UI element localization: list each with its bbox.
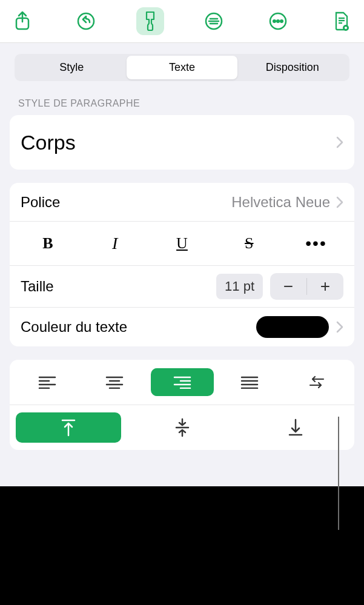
svg-point-9	[280, 20, 283, 22]
bottom-black-area	[0, 486, 364, 605]
font-style-row: B I U S •••	[10, 222, 354, 266]
format-button[interactable]	[136, 7, 164, 35]
tab-layout[interactable]: Disposition	[237, 56, 348, 79]
svg-point-8	[277, 20, 279, 22]
text-color-row[interactable]: Couleur du texte	[10, 308, 354, 346]
chevron-right-icon	[336, 321, 343, 333]
valign-bottom-icon	[288, 418, 303, 437]
tab-bar: Style Texte Disposition	[15, 54, 349, 81]
valign-top-icon	[61, 418, 76, 437]
align-left-button[interactable]	[16, 368, 79, 396]
undo-icon	[76, 12, 96, 31]
align-justify-icon	[240, 375, 259, 389]
text-direction-button[interactable]	[285, 368, 348, 396]
size-increase-button[interactable]: +	[307, 273, 343, 300]
font-card: Police Helvetica Neue B I U S ••• Taille…	[10, 183, 354, 346]
paintbrush-icon	[141, 11, 159, 31]
chevron-right-icon	[336, 196, 343, 208]
tab-text[interactable]: Texte	[127, 56, 237, 79]
paragraph-style-value: Corps	[21, 131, 336, 154]
text-lines-icon	[204, 12, 223, 31]
alignment-card	[10, 360, 354, 450]
align-justify-button[interactable]	[218, 368, 281, 396]
text-direction-icon	[308, 375, 326, 389]
align-left-icon	[38, 375, 56, 389]
tab-style[interactable]: Style	[16, 56, 127, 79]
font-row[interactable]: Police Helvetica Neue	[10, 183, 354, 222]
size-decrease-button[interactable]: −	[270, 273, 306, 300]
align-right-button[interactable]	[151, 368, 214, 396]
valign-top-button[interactable]	[16, 412, 121, 443]
align-center-icon	[105, 375, 124, 389]
share-button[interactable]	[8, 7, 36, 35]
text-options-button[interactable]	[200, 7, 228, 35]
bold-button[interactable]: B	[21, 230, 75, 257]
undo-button[interactable]	[72, 7, 100, 35]
size-stepper: − +	[270, 273, 343, 300]
text-color-swatch[interactable]	[256, 316, 329, 338]
text-color-label: Couleur du texte	[21, 319, 256, 336]
align-center-button[interactable]	[83, 368, 146, 396]
paragraph-style-card: Corps	[10, 115, 354, 170]
size-value[interactable]: 11 pt	[216, 274, 263, 299]
top-toolbar	[0, 0, 364, 43]
paragraph-style-header: STYLE DE PARAGRAPHE	[18, 98, 346, 109]
more-button[interactable]	[264, 7, 292, 35]
size-label: Taille	[21, 278, 216, 295]
font-label: Police	[21, 194, 231, 211]
paragraph-style-row[interactable]: Corps	[10, 115, 354, 170]
valign-middle-button[interactable]	[130, 412, 235, 443]
svg-point-7	[273, 20, 276, 22]
svg-point-14	[345, 27, 347, 29]
size-row: Taille 11 pt − +	[10, 266, 354, 308]
strikethrough-button[interactable]: S	[222, 230, 276, 257]
doc-view-icon	[333, 11, 351, 31]
font-value: Helvetica Neue	[231, 194, 330, 211]
valign-middle-icon	[174, 418, 190, 437]
align-right-icon	[173, 375, 191, 389]
vertical-align-row	[10, 405, 354, 450]
share-icon	[14, 11, 31, 31]
chevron-right-icon	[336, 136, 343, 148]
valign-bottom-button[interactable]	[243, 412, 348, 443]
italic-button[interactable]: I	[88, 230, 142, 257]
doc-view-button[interactable]	[328, 7, 356, 35]
ellipsis-icon	[268, 12, 288, 31]
callout-line	[338, 417, 339, 530]
font-more-button[interactable]: •••	[289, 230, 343, 257]
horizontal-align-row	[10, 360, 354, 405]
underline-button[interactable]: U	[155, 230, 210, 257]
